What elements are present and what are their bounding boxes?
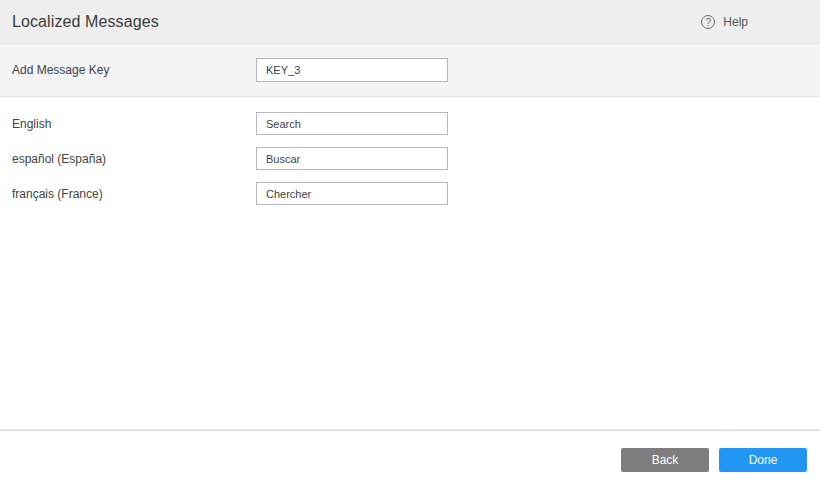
footer: Back Done: [0, 430, 820, 489]
translation-input-english[interactable]: [256, 112, 448, 135]
translations-section: English español (España) français (Franc…: [0, 97, 820, 205]
translation-row-english: English: [0, 112, 820, 135]
back-button[interactable]: Back: [621, 448, 709, 472]
translation-label-spanish: español (España): [12, 152, 256, 166]
translation-label-french: français (France): [12, 187, 256, 201]
help-icon: ?: [701, 15, 715, 29]
help-button[interactable]: ? Help: [701, 0, 748, 43]
translation-row-french: français (France): [0, 182, 820, 205]
header: Localized Messages ? Help: [0, 0, 820, 44]
message-key-label: Add Message Key: [12, 63, 256, 77]
localized-messages-page: Localized Messages ? Help Add Message Ke…: [0, 0, 820, 489]
translation-label-english: English: [12, 117, 256, 131]
message-key-input[interactable]: [256, 58, 448, 82]
translation-input-spanish[interactable]: [256, 147, 448, 170]
translation-row-spanish: español (España): [0, 147, 820, 170]
translation-input-french[interactable]: [256, 182, 448, 205]
message-key-section: Add Message Key: [0, 44, 820, 97]
page-title: Localized Messages: [12, 13, 159, 31]
done-button[interactable]: Done: [719, 448, 807, 472]
help-label: Help: [723, 15, 748, 29]
